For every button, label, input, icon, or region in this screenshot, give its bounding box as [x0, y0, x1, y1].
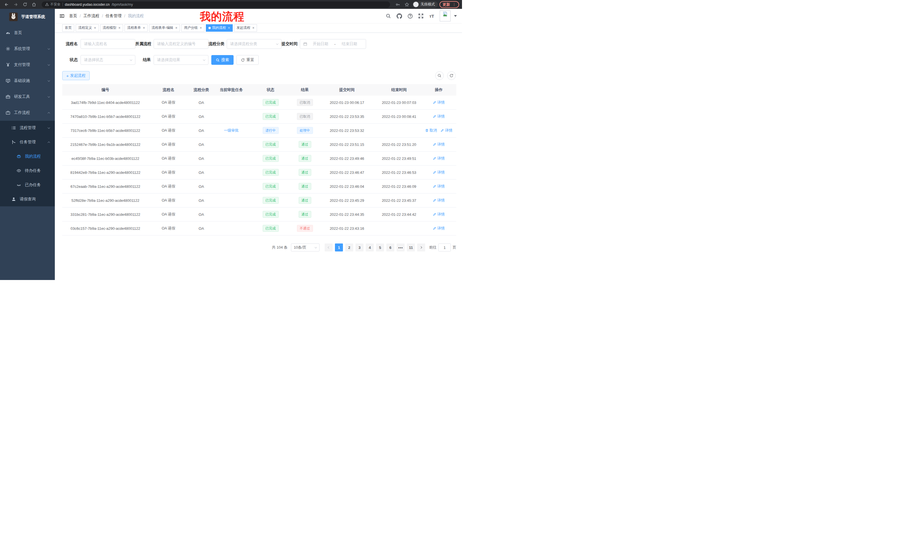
column-header: 结果 — [292, 84, 317, 96]
cell-end-time: 2022-01-22 23:51:20 — [377, 138, 421, 151]
font-size-icon[interactable]: тT — [429, 13, 435, 19]
cell-status: 已完成 — [248, 208, 292, 221]
address-bar[interactable]: 不安全 dashboard.yudao.iocoder.cn/bpm/task/… — [42, 1, 390, 8]
breadcrumb-item[interactable]: 首页 — [69, 13, 77, 18]
submit-time-range-picker[interactable]: 开始日期 - 结束日期 — [300, 39, 366, 49]
tags-view: 首页流程定义×流程模型×流程表单×流程表单-编辑×用户分组×我的流程×发起流程× — [55, 23, 462, 33]
logo-rabbit-image — [9, 13, 18, 21]
sidebar-item-4[interactable]: 研发工具 — [0, 89, 55, 105]
sidebar-item-2[interactable]: 支付管理 — [0, 57, 55, 73]
app-logo[interactable]: 芋道管理系统 — [0, 9, 55, 25]
close-icon[interactable]: × — [200, 26, 202, 30]
pen-icon — [441, 129, 444, 132]
tab-4[interactable]: 流程表单-编辑× — [149, 24, 180, 32]
sidebar-subitem-1[interactable]: 任务管理 — [0, 135, 55, 149]
sidebar-subitem-5[interactable]: 请假查询 — [0, 192, 55, 207]
cell-submit-time: 2022-01-22 23:44:35 — [317, 208, 377, 221]
sidebar-item-3[interactable]: 基础设施 — [0, 73, 55, 89]
process-name-input[interactable]: 请输入流程名 — [81, 39, 135, 49]
tab-3[interactable]: 流程表单× — [124, 24, 148, 32]
detail-link[interactable]: 详情 — [433, 184, 445, 189]
next-page-button[interactable] — [417, 244, 425, 252]
cell-category: OA — [189, 109, 214, 123]
tab-2[interactable]: 流程模型× — [100, 24, 123, 32]
page-button-4[interactable]: 4 — [366, 244, 374, 252]
close-icon[interactable]: × — [143, 26, 145, 30]
github-icon[interactable] — [396, 13, 402, 19]
avatar[interactable] — [440, 10, 451, 21]
detail-link[interactable]: 详情 — [433, 114, 445, 119]
page-size-select[interactable]: 10条/页 — [291, 244, 320, 252]
detail-link[interactable]: 详情 — [441, 128, 453, 133]
search-icon — [438, 73, 441, 78]
status-badge: 已完成 — [263, 211, 279, 218]
close-icon[interactable]: × — [176, 26, 178, 30]
browser-update-button[interactable]: 更新 ⋮ — [440, 1, 459, 8]
tab-0[interactable]: 首页 — [62, 24, 74, 32]
close-icon[interactable]: × — [118, 26, 121, 30]
breadcrumb-item[interactable]: 任务管理 — [106, 13, 122, 18]
page-button-1[interactable]: 1 — [335, 244, 343, 252]
breadcrumb-item[interactable]: 工作流程 — [83, 13, 99, 18]
close-icon[interactable]: × — [94, 26, 96, 30]
process-definition-input[interactable]: 请输入流程定义的编号 — [154, 39, 208, 49]
search-icon[interactable] — [386, 13, 391, 19]
reset-button[interactable]: 重置 — [236, 55, 259, 65]
sidebar-item-5[interactable]: 工作流程 — [0, 105, 55, 121]
pen-icon — [433, 101, 436, 104]
category-select[interactable]: 请选择流程分类 — [227, 39, 282, 49]
detail-link[interactable]: 详情 — [433, 156, 445, 161]
detail-link[interactable]: 详情 — [433, 198, 445, 203]
sidebar-subitem-label: 待办任务 — [25, 168, 50, 173]
cell-result: 通过 — [292, 193, 317, 207]
detail-link[interactable]: 详情 — [433, 226, 445, 231]
password-key-icon[interactable] — [394, 1, 402, 8]
detail-link[interactable]: 详情 — [433, 170, 445, 175]
site-security[interactable]: 不安全 — [45, 2, 60, 7]
cancel-link[interactable]: 取消 — [425, 128, 437, 133]
close-icon[interactable]: × — [228, 26, 230, 30]
toggle-search-button[interactable] — [435, 71, 444, 80]
pagination-total: 共 104 条 — [272, 245, 288, 250]
detail-link[interactable]: 详情 — [433, 100, 445, 105]
detail-link[interactable]: 详情 — [433, 212, 445, 217]
browser-forward-icon[interactable] — [12, 1, 20, 8]
page-button-2[interactable]: 2 — [345, 244, 353, 252]
page-button-3[interactable]: 3 — [356, 244, 363, 252]
tab-5[interactable]: 用户分组× — [182, 24, 204, 32]
sidebar-subitem-3[interactable]: 待办任务 — [0, 163, 55, 178]
create-process-button[interactable]: + 发起流程 — [62, 71, 90, 80]
refresh-table-button[interactable] — [447, 71, 456, 80]
goto-page-input[interactable]: 1 — [438, 244, 451, 252]
sidebar-item-0[interactable]: 首页 — [0, 25, 55, 41]
tab-6[interactable]: 我的流程× — [206, 24, 233, 32]
cell-end-time — [377, 222, 421, 235]
browser-reload-icon[interactable] — [21, 1, 28, 8]
browser-menu-icon[interactable]: ⋮ — [452, 2, 456, 7]
close-icon[interactable]: × — [252, 26, 255, 30]
status-select[interactable]: 请选择状态 — [81, 55, 135, 65]
result-select[interactable]: 请选择流结果 — [154, 55, 208, 65]
bookmark-star-icon[interactable] — [403, 1, 411, 8]
avatar-caret-icon[interactable] — [454, 15, 457, 17]
browser-home-icon[interactable] — [30, 1, 38, 8]
tab-7[interactable]: 发起流程× — [234, 24, 257, 32]
briefcase-icon — [6, 111, 10, 115]
page-button-11[interactable]: 11 — [407, 244, 415, 252]
sidebar-subitem-0[interactable]: 流程管理 — [0, 121, 55, 135]
detail-link[interactable]: 详情 — [433, 142, 445, 147]
task-link[interactable]: 一级审批 — [224, 128, 239, 133]
help-icon[interactable] — [407, 13, 413, 19]
sidebar-item-1[interactable]: 系统管理 — [0, 41, 55, 57]
sidebar-subitem-4[interactable]: 已办任务 — [0, 178, 55, 192]
fullscreen-icon[interactable] — [418, 13, 424, 19]
page-button-6[interactable]: 6 — [386, 244, 394, 252]
tab-1[interactable]: 流程定义× — [76, 24, 99, 32]
sidebar-subitem-2[interactable]: 我的流程 — [0, 149, 55, 163]
search-button[interactable]: 搜索 — [211, 55, 234, 65]
browser-back-icon[interactable] — [3, 1, 10, 8]
page-button-5[interactable]: 5 — [376, 244, 384, 252]
update-label[interactable]: 更新 — [442, 2, 450, 7]
prev-page-button[interactable] — [325, 244, 333, 252]
sidebar-collapse-icon[interactable] — [55, 13, 69, 18]
